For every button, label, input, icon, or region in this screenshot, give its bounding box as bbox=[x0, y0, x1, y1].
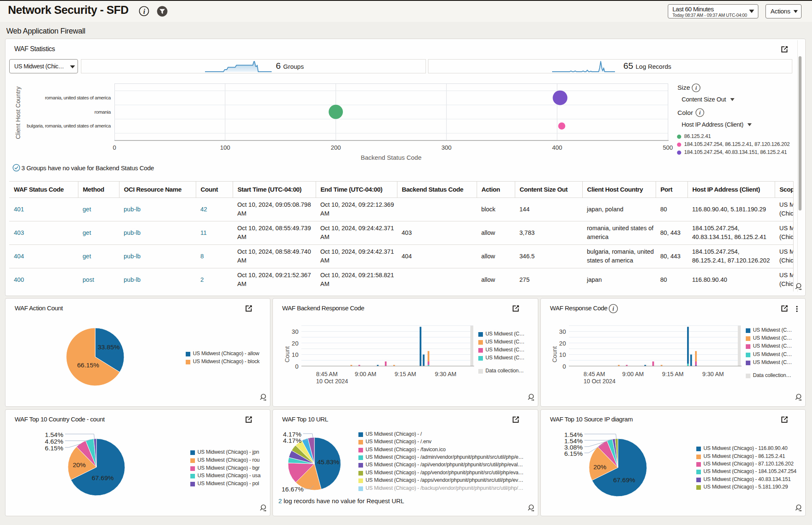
svg-text:i: i bbox=[695, 85, 697, 91]
svg-text:i: i bbox=[143, 8, 145, 15]
svg-text:i: i bbox=[699, 109, 701, 116]
svg-text:i: i bbox=[612, 306, 614, 312]
